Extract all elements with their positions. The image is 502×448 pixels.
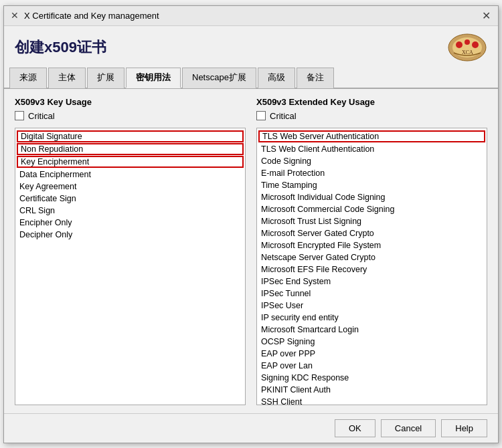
list-item[interactable]: Time Stamping <box>257 179 487 191</box>
list-item[interactable]: Certificate Sign <box>15 193 245 205</box>
extended-key-usage-list[interactable]: TLS Web Server Authentication TLS Web Cl… <box>256 128 487 405</box>
list-item[interactable]: EAP over PPP <box>257 348 487 360</box>
cancel-button[interactable]: Cancel <box>381 419 436 437</box>
page-title: 创建x509证书 <box>15 37 106 58</box>
app-icon: ✕ <box>9 10 20 21</box>
list-item[interactable]: Key Agreement <box>15 181 245 193</box>
right-critical-label: Critical <box>270 111 297 121</box>
list-item[interactable]: TLS Web Server Authentication <box>258 130 485 142</box>
list-item[interactable]: IPSec User <box>257 300 487 312</box>
tab-notes[interactable]: 备注 <box>297 68 334 88</box>
left-critical-row: Critical <box>15 111 246 121</box>
list-item[interactable]: Decipher Only <box>15 229 245 241</box>
list-item[interactable]: OCSP Signing <box>257 336 487 348</box>
list-item[interactable]: Netscape Server Gated Crypto <box>257 251 487 263</box>
svg-text:XCA: XCA <box>462 49 473 55</box>
left-panel-title: X509v3 Key Usage <box>15 97 246 107</box>
list-item[interactable]: Signing KDC Response <box>257 372 487 384</box>
right-critical-row: Critical <box>256 111 487 121</box>
tabs-bar: 来源 主体 扩展 密钥用法 Netscape扩展 高级 备注 <box>4 67 498 89</box>
list-item[interactable]: Microsoft EFS File Recovery <box>257 263 487 275</box>
title-bar-left: ✕ X Certificate and Key management <box>9 10 159 21</box>
tab-netscape[interactable]: Netscape扩展 <box>182 68 256 88</box>
main-window: ✕ X Certificate and Key management ✕ 创建x… <box>3 5 499 443</box>
list-item[interactable]: PKINIT Client Auth <box>257 384 487 396</box>
list-item[interactable]: SSH Client <box>257 396 487 405</box>
extended-key-usage-panel: X509v3 Extended Key Usage Critical TLS W… <box>256 97 487 405</box>
left-critical-checkbox[interactable] <box>15 111 24 120</box>
ok-button[interactable]: OK <box>335 419 375 437</box>
footer: OK Cancel Help <box>4 413 498 443</box>
key-usage-list[interactable]: Digital Signature Non Repudiation Key En… <box>15 128 246 405</box>
list-item[interactable]: Digital Signature <box>17 130 244 142</box>
list-item[interactable]: Microsoft Commercial Code Signing <box>257 203 487 215</box>
list-item[interactable]: Microsoft Trust List Signing <box>257 215 487 227</box>
list-item[interactable]: Microsoft Individual Code Signing <box>257 191 487 203</box>
svg-point-4 <box>472 41 479 48</box>
left-critical-label: Critical <box>28 111 55 121</box>
list-item[interactable]: E-mail Protection <box>257 167 487 179</box>
list-item[interactable]: Microsoft Encrypted File System <box>257 239 487 251</box>
list-item[interactable]: CRL Sign <box>15 205 245 217</box>
svg-point-3 <box>465 39 470 45</box>
list-item[interactable]: Code Signing <box>257 155 487 167</box>
tab-key-usage[interactable]: 密钥用法 <box>126 68 181 88</box>
list-item[interactable]: IP security end entity <box>257 312 487 324</box>
window-title: X Certificate and Key management <box>24 11 159 21</box>
list-item[interactable]: EAP over Lan <box>257 360 487 372</box>
tab-subject[interactable]: 主体 <box>48 68 86 88</box>
header-area: 创建x509证书 XCA <box>4 26 498 67</box>
right-panel-title: X509v3 Extended Key Usage <box>256 97 487 107</box>
content-area: X509v3 Key Usage Critical Digital Signat… <box>4 89 498 413</box>
list-item[interactable]: Non Repudiation <box>17 143 244 155</box>
tab-advanced[interactable]: 高级 <box>258 68 295 88</box>
list-item[interactable]: IPSec End System <box>257 275 487 288</box>
list-item[interactable]: Key Encipherment <box>17 156 244 168</box>
list-item[interactable]: Data Encipherment <box>15 169 245 181</box>
help-button[interactable]: Help <box>441 419 487 437</box>
tab-extensions[interactable]: 扩展 <box>87 68 124 88</box>
tab-source[interactable]: 来源 <box>9 68 47 88</box>
key-usage-panel: X509v3 Key Usage Critical Digital Signat… <box>15 97 246 405</box>
list-item[interactable]: Microsoft Smartcard Login <box>257 324 487 336</box>
list-item[interactable]: Encipher Only <box>15 217 245 229</box>
title-bar: ✕ X Certificate and Key management ✕ <box>4 6 498 26</box>
list-item[interactable]: TLS Web Client Authentication <box>257 143 487 155</box>
logo: XCA <box>447 33 487 63</box>
list-item[interactable]: Microsoft Server Gated Crypto <box>257 227 487 239</box>
svg-point-2 <box>456 41 463 48</box>
close-button[interactable]: ✕ <box>479 9 493 22</box>
list-item[interactable]: IPSec Tunnel <box>257 288 487 300</box>
right-critical-checkbox[interactable] <box>256 111 266 120</box>
